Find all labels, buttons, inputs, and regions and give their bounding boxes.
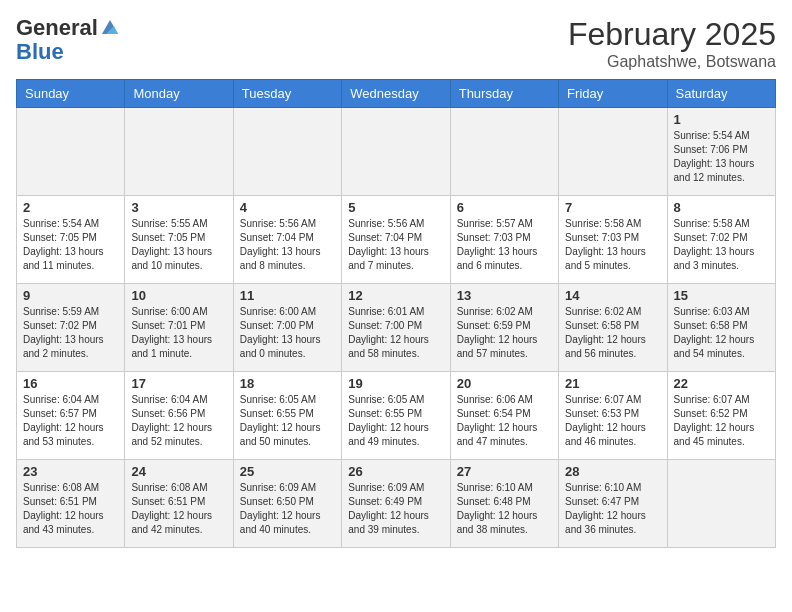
logo-blue-text: Blue — [16, 39, 64, 64]
day-number: 14 — [565, 288, 660, 303]
table-row: 19Sunrise: 6:05 AMSunset: 6:55 PMDayligh… — [342, 372, 450, 460]
table-row: 3Sunrise: 5:55 AMSunset: 7:05 PMDaylight… — [125, 196, 233, 284]
title-block: February 2025 Gaphatshwe, Botswana — [568, 16, 776, 71]
day-number: 19 — [348, 376, 443, 391]
col-wednesday: Wednesday — [342, 80, 450, 108]
day-info: Sunrise: 5:57 AMSunset: 7:03 PMDaylight:… — [457, 217, 552, 273]
month-title: February 2025 — [568, 16, 776, 53]
day-info: Sunrise: 6:03 AMSunset: 6:58 PMDaylight:… — [674, 305, 769, 361]
day-number: 4 — [240, 200, 335, 215]
table-row: 12Sunrise: 6:01 AMSunset: 7:00 PMDayligh… — [342, 284, 450, 372]
day-info: Sunrise: 5:56 AMSunset: 7:04 PMDaylight:… — [348, 217, 443, 273]
day-info: Sunrise: 6:07 AMSunset: 6:52 PMDaylight:… — [674, 393, 769, 449]
day-number: 18 — [240, 376, 335, 391]
day-info: Sunrise: 6:00 AMSunset: 7:00 PMDaylight:… — [240, 305, 335, 361]
day-info: Sunrise: 5:56 AMSunset: 7:04 PMDaylight:… — [240, 217, 335, 273]
table-row: 9Sunrise: 5:59 AMSunset: 7:02 PMDaylight… — [17, 284, 125, 372]
day-info: Sunrise: 5:58 AMSunset: 7:03 PMDaylight:… — [565, 217, 660, 273]
table-row — [559, 108, 667, 196]
table-row: 18Sunrise: 6:05 AMSunset: 6:55 PMDayligh… — [233, 372, 341, 460]
table-row: 23Sunrise: 6:08 AMSunset: 6:51 PMDayligh… — [17, 460, 125, 548]
day-number: 15 — [674, 288, 769, 303]
day-info: Sunrise: 5:58 AMSunset: 7:02 PMDaylight:… — [674, 217, 769, 273]
header: General Blue February 2025 Gaphatshwe, B… — [16, 16, 776, 71]
calendar-week-row: 2Sunrise: 5:54 AMSunset: 7:05 PMDaylight… — [17, 196, 776, 284]
calendar-header-row: Sunday Monday Tuesday Wednesday Thursday… — [17, 80, 776, 108]
table-row: 10Sunrise: 6:00 AMSunset: 7:01 PMDayligh… — [125, 284, 233, 372]
day-number: 3 — [131, 200, 226, 215]
col-tuesday: Tuesday — [233, 80, 341, 108]
logo-general-text: General — [16, 16, 98, 40]
table-row: 26Sunrise: 6:09 AMSunset: 6:49 PMDayligh… — [342, 460, 450, 548]
table-row: 15Sunrise: 6:03 AMSunset: 6:58 PMDayligh… — [667, 284, 775, 372]
calendar: Sunday Monday Tuesday Wednesday Thursday… — [16, 79, 776, 548]
day-info: Sunrise: 5:54 AMSunset: 7:06 PMDaylight:… — [674, 129, 769, 185]
logo-icon — [100, 18, 120, 38]
day-number: 28 — [565, 464, 660, 479]
table-row — [17, 108, 125, 196]
table-row — [667, 460, 775, 548]
day-number: 26 — [348, 464, 443, 479]
table-row: 14Sunrise: 6:02 AMSunset: 6:58 PMDayligh… — [559, 284, 667, 372]
day-info: Sunrise: 6:08 AMSunset: 6:51 PMDaylight:… — [131, 481, 226, 537]
table-row — [450, 108, 558, 196]
table-row: 7Sunrise: 5:58 AMSunset: 7:03 PMDaylight… — [559, 196, 667, 284]
table-row: 27Sunrise: 6:10 AMSunset: 6:48 PMDayligh… — [450, 460, 558, 548]
day-number: 16 — [23, 376, 118, 391]
table-row: 5Sunrise: 5:56 AMSunset: 7:04 PMDaylight… — [342, 196, 450, 284]
day-info: Sunrise: 6:04 AMSunset: 6:56 PMDaylight:… — [131, 393, 226, 449]
table-row: 6Sunrise: 5:57 AMSunset: 7:03 PMDaylight… — [450, 196, 558, 284]
day-info: Sunrise: 5:59 AMSunset: 7:02 PMDaylight:… — [23, 305, 118, 361]
table-row: 11Sunrise: 6:00 AMSunset: 7:00 PMDayligh… — [233, 284, 341, 372]
day-number: 12 — [348, 288, 443, 303]
day-number: 8 — [674, 200, 769, 215]
day-number: 25 — [240, 464, 335, 479]
table-row: 21Sunrise: 6:07 AMSunset: 6:53 PMDayligh… — [559, 372, 667, 460]
calendar-week-row: 16Sunrise: 6:04 AMSunset: 6:57 PMDayligh… — [17, 372, 776, 460]
day-number: 7 — [565, 200, 660, 215]
day-info: Sunrise: 5:55 AMSunset: 7:05 PMDaylight:… — [131, 217, 226, 273]
col-monday: Monday — [125, 80, 233, 108]
day-number: 2 — [23, 200, 118, 215]
col-friday: Friday — [559, 80, 667, 108]
table-row: 22Sunrise: 6:07 AMSunset: 6:52 PMDayligh… — [667, 372, 775, 460]
day-info: Sunrise: 6:05 AMSunset: 6:55 PMDaylight:… — [348, 393, 443, 449]
day-number: 6 — [457, 200, 552, 215]
table-row: 28Sunrise: 6:10 AMSunset: 6:47 PMDayligh… — [559, 460, 667, 548]
col-thursday: Thursday — [450, 80, 558, 108]
logo: General Blue — [16, 16, 120, 64]
table-row: 25Sunrise: 6:09 AMSunset: 6:50 PMDayligh… — [233, 460, 341, 548]
table-row: 17Sunrise: 6:04 AMSunset: 6:56 PMDayligh… — [125, 372, 233, 460]
day-info: Sunrise: 6:05 AMSunset: 6:55 PMDaylight:… — [240, 393, 335, 449]
location: Gaphatshwe, Botswana — [568, 53, 776, 71]
table-row — [342, 108, 450, 196]
day-number: 27 — [457, 464, 552, 479]
day-number: 23 — [23, 464, 118, 479]
day-number: 21 — [565, 376, 660, 391]
day-info: Sunrise: 6:10 AMSunset: 6:48 PMDaylight:… — [457, 481, 552, 537]
table-row — [125, 108, 233, 196]
day-info: Sunrise: 6:02 AMSunset: 6:58 PMDaylight:… — [565, 305, 660, 361]
day-number: 9 — [23, 288, 118, 303]
day-info: Sunrise: 6:09 AMSunset: 6:50 PMDaylight:… — [240, 481, 335, 537]
col-saturday: Saturday — [667, 80, 775, 108]
table-row: 1Sunrise: 5:54 AMSunset: 7:06 PMDaylight… — [667, 108, 775, 196]
day-number: 22 — [674, 376, 769, 391]
table-row: 20Sunrise: 6:06 AMSunset: 6:54 PMDayligh… — [450, 372, 558, 460]
day-info: Sunrise: 6:09 AMSunset: 6:49 PMDaylight:… — [348, 481, 443, 537]
table-row: 2Sunrise: 5:54 AMSunset: 7:05 PMDaylight… — [17, 196, 125, 284]
day-info: Sunrise: 6:00 AMSunset: 7:01 PMDaylight:… — [131, 305, 226, 361]
table-row — [233, 108, 341, 196]
day-number: 20 — [457, 376, 552, 391]
page: General Blue February 2025 Gaphatshwe, B… — [0, 0, 792, 564]
day-info: Sunrise: 5:54 AMSunset: 7:05 PMDaylight:… — [23, 217, 118, 273]
calendar-week-row: 9Sunrise: 5:59 AMSunset: 7:02 PMDaylight… — [17, 284, 776, 372]
day-number: 17 — [131, 376, 226, 391]
day-info: Sunrise: 6:04 AMSunset: 6:57 PMDaylight:… — [23, 393, 118, 449]
table-row: 4Sunrise: 5:56 AMSunset: 7:04 PMDaylight… — [233, 196, 341, 284]
day-number: 24 — [131, 464, 226, 479]
day-number: 5 — [348, 200, 443, 215]
day-number: 13 — [457, 288, 552, 303]
table-row: 16Sunrise: 6:04 AMSunset: 6:57 PMDayligh… — [17, 372, 125, 460]
day-info: Sunrise: 6:01 AMSunset: 7:00 PMDaylight:… — [348, 305, 443, 361]
